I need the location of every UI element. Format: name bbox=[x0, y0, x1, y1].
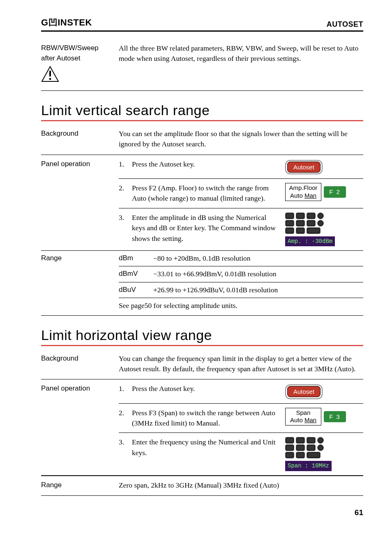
step-number: 1. bbox=[119, 384, 128, 394]
lv-range-label: Range bbox=[41, 251, 113, 315]
lv-step2-icon: Amp.Floor Auto Man F 2 bbox=[285, 183, 363, 201]
softkey-row: Span Auto Man F 3 bbox=[285, 408, 346, 426]
lv-background-text: You can set the amplitude floor so that … bbox=[119, 129, 363, 150]
rbw-body: All the three BW related parameters, RBW… bbox=[119, 43, 363, 64]
lh-range-row-bottom-border bbox=[41, 495, 363, 496]
lh-step-1: 1. Press the Autoset key. Autoset bbox=[119, 379, 363, 403]
autoset-button-label: Autoset bbox=[287, 386, 321, 397]
keypad-icon bbox=[285, 213, 324, 234]
range-unit: dBm bbox=[119, 253, 147, 264]
lh-step1-text: Press the Autoset key. bbox=[132, 384, 281, 394]
softkey-row: Amp.Floor Auto Man F 2 bbox=[285, 183, 346, 201]
lh-step2-icon: Span Auto Man F 3 bbox=[285, 408, 363, 426]
row-rbw: RBW/VBW/Sweep after Autoset All the thre… bbox=[41, 39, 363, 91]
leftcol-rbw: RBW/VBW/Sweep after Autoset bbox=[41, 43, 113, 86]
step-number: 3. bbox=[119, 213, 128, 223]
lh-panel-label: Panel operation bbox=[41, 379, 113, 394]
lh-step-3: 3. Enter the frequency using the Numeric… bbox=[119, 433, 363, 475]
svg-point-2 bbox=[49, 78, 51, 80]
lh-background-label: Background bbox=[41, 354, 113, 364]
lv-step1-text: Press the Autoset key. bbox=[132, 159, 281, 169]
lh-background-text: You can change the frequency span limit … bbox=[119, 354, 363, 375]
range-unit: dBuV bbox=[119, 285, 147, 295]
page: G凹INSTEK AUTOSET RBW/VBW/Sweep after Aut… bbox=[0, 0, 392, 525]
page-header: G凹INSTEK AUTOSET bbox=[41, 16, 363, 32]
lh-range-row: Range Zero span, 2kHz to 3GHz (Manual) 3… bbox=[41, 476, 363, 495]
step-number: 2. bbox=[119, 408, 128, 418]
lh-panel-row: Panel operation 1. Press the Autoset key… bbox=[41, 379, 363, 475]
range-unit: dBmV bbox=[119, 269, 147, 279]
lv-step2-text: Press F2 (Amp. Floor) to switch the rang… bbox=[132, 183, 281, 204]
heading-limit-vertical: Limit vertical search range bbox=[41, 102, 363, 118]
lh-step1-icon: Autoset bbox=[285, 384, 363, 399]
softkey-line2a: Auto bbox=[290, 416, 304, 423]
command-bar: Span : 10MHz bbox=[285, 461, 332, 471]
softkey-span[interactable]: Span Auto Man bbox=[285, 408, 321, 426]
rbw-label-line2: after Autoset bbox=[41, 54, 80, 62]
lv-step3-text: Enter the amplitude in dB using the Nume… bbox=[132, 213, 281, 244]
range-text: −80 to +20dBm, 0.1dB resolution bbox=[153, 253, 363, 264]
lh-background-row: Background You can change the frequency … bbox=[41, 349, 363, 380]
lv-panel-row: Panel operation 1. Press the Autoset key… bbox=[41, 155, 363, 251]
softkey-line2a: Auto bbox=[290, 192, 304, 199]
f3-key[interactable]: F 3 bbox=[324, 411, 346, 423]
lh-range-label: Range bbox=[41, 480, 113, 490]
autoset-button-label: Autoset bbox=[287, 162, 321, 173]
range-text: +26.99 to +126.99dBuV, 0.01dB resolution bbox=[153, 285, 363, 295]
lh-step-2: 2. Press F3 (Span) to switch the range b… bbox=[119, 404, 363, 433]
lh-range-text: Zero span, 2kHz to 3GHz (Manual) 3MHz fi… bbox=[119, 480, 363, 490]
lv-range-row: Range dBm −80 to +20dBm, 0.1dB resolutio… bbox=[41, 251, 363, 316]
command-bar: Amp. : -30dBm bbox=[285, 236, 335, 246]
step-number: 3. bbox=[119, 437, 128, 447]
range-sub-row: dBm −80 to +20dBm, 0.1dB resolution bbox=[119, 251, 363, 266]
lh-step3-text: Enter the frequency using the Numerical … bbox=[132, 437, 281, 458]
autoset-button[interactable]: Autoset bbox=[285, 384, 323, 399]
range-text: −33.01 to +66.99dBmV, 0.01dB resolution bbox=[153, 269, 363, 279]
lv-panel-label: Panel operation bbox=[41, 155, 113, 169]
svg-rect-1 bbox=[49, 71, 51, 76]
softkey-line2b: Man bbox=[304, 192, 316, 199]
lv-background-row: Background You can set the amplitude flo… bbox=[41, 125, 363, 155]
range-footer: See page50 for selecting amplitude units… bbox=[119, 298, 363, 315]
rbw-label-line1: RBW/VBW/Sweep bbox=[41, 44, 99, 52]
lh-step2-text: Press F3 (Span) to switch the range betw… bbox=[132, 408, 281, 429]
lv-background-label: Background bbox=[41, 129, 113, 139]
softkey-amp-floor[interactable]: Amp.Floor Auto Man bbox=[285, 183, 321, 201]
step-number: 2. bbox=[119, 183, 128, 193]
header-title: AUTOSET bbox=[327, 20, 363, 29]
softkey-line1: Span bbox=[296, 409, 310, 416]
lv-step-3: 3. Enter the amplitude in dB using the N… bbox=[119, 208, 363, 250]
page-number: 61 bbox=[41, 508, 363, 517]
lv-step3-icon: Amp. : -30dBm bbox=[285, 213, 363, 246]
softkey-line1: Amp.Floor bbox=[289, 184, 317, 191]
lh-step3-icon: Span : 10MHz bbox=[285, 437, 363, 471]
lv-step1-icon: Autoset bbox=[285, 159, 363, 174]
range-sub-row: dBuV +26.99 to +126.99dBuV, 0.01dB resol… bbox=[119, 282, 363, 298]
f2-key[interactable]: F 2 bbox=[324, 186, 346, 198]
lv-step-1: 1. Press the Autoset key. Autoset bbox=[119, 155, 363, 179]
underline-1 bbox=[41, 120, 363, 121]
logo-text: G凹INSTEK bbox=[41, 16, 92, 29]
softkey-line2b: Man bbox=[304, 416, 316, 423]
step-number: 1. bbox=[119, 159, 128, 169]
heading-limit-horizontal: Limit horizontal view range bbox=[41, 327, 363, 343]
underline-2 bbox=[41, 345, 363, 346]
keypad-icon bbox=[285, 437, 324, 458]
range-sub-row: dBmV −33.01 to +66.99dBmV, 0.01dB resolu… bbox=[119, 266, 363, 282]
autoset-button[interactable]: Autoset bbox=[285, 160, 323, 174]
lv-step-2: 2. Press F2 (Amp. Floor) to switch the r… bbox=[119, 179, 363, 208]
warning-icon bbox=[41, 66, 59, 86]
